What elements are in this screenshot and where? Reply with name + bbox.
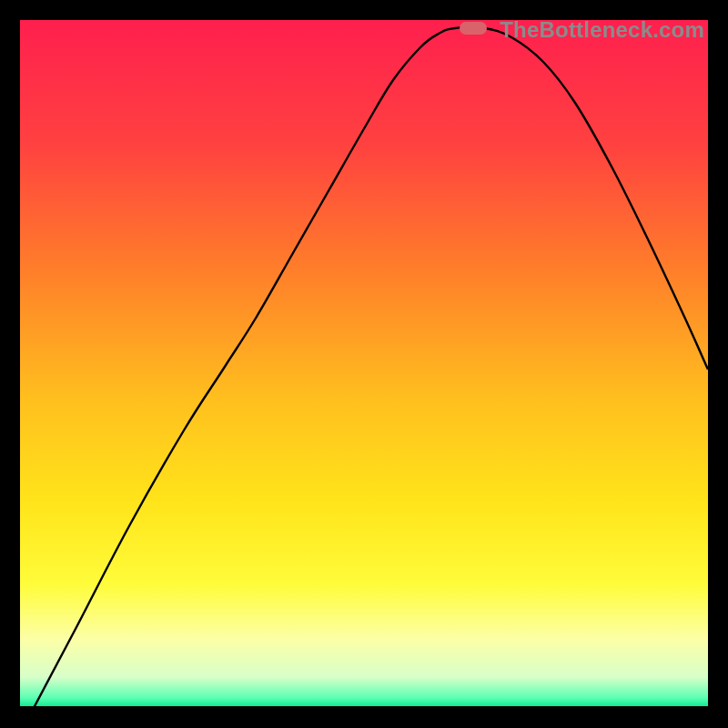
gradient-panel xyxy=(20,20,708,708)
bottleneck-chart xyxy=(20,20,708,708)
watermark-label: TheBottleneck.com xyxy=(500,17,704,43)
chart-frame: TheBottleneck.com xyxy=(20,20,708,708)
optimal-point-marker xyxy=(460,22,487,35)
